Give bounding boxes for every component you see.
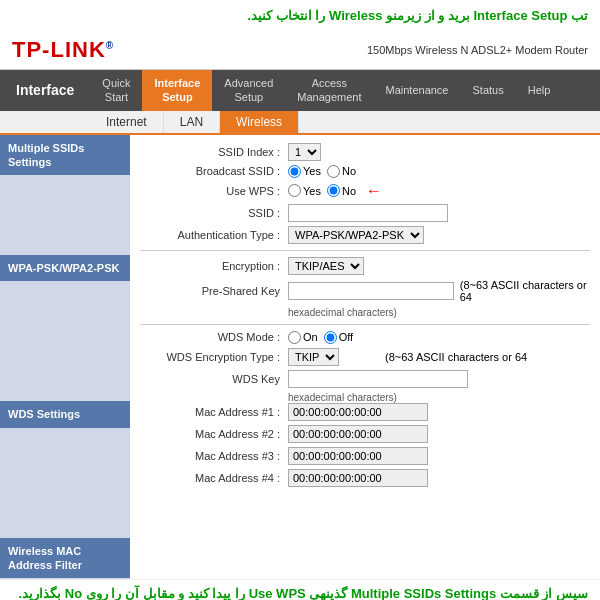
broadcast-no-radio[interactable] [327,165,340,178]
mac4-input[interactable] [288,469,428,487]
broadcast-ssid-value: Yes No [288,165,356,178]
tab-quick-start[interactable]: QuickStart [90,70,142,111]
mac1-input[interactable] [288,403,428,421]
wds-key-row: WDS Key [140,370,590,388]
mac4-label: Mac Address #4 : [140,472,280,484]
mac4-row: Mac Address #4 : [140,469,590,487]
broadcast-yes-label[interactable]: Yes [288,165,321,178]
mac3-input[interactable] [288,447,428,465]
wds-key-input[interactable] [288,370,468,388]
psk-row: Pre-Shared Key (8~63 ASCII characters or… [140,279,590,303]
mac3-value [288,447,428,465]
nav-tabs: QuickStart InterfaceSetup AdvancedSetup … [90,70,600,111]
broadcast-ssid-label: Broadcast SSID : [140,165,280,177]
encryption-value: TKIP/AES TKIP AES [288,257,364,275]
ssid-index-select[interactable]: 1234 [288,143,321,161]
wps-yes-radio[interactable] [288,184,301,197]
use-wps-row: Use WPS : Yes No ← [140,182,590,200]
psk-hint2: hexadecimal characters) [288,307,590,318]
psk-value: (8~63 ASCII characters or 64 [288,279,590,303]
sub-tab-lan[interactable]: LAN [164,111,220,133]
mac2-label: Mac Address #2 : [140,428,280,440]
wds-mode-label: WDS Mode : [140,331,280,343]
top-instruction: تب Interface Setup برید و از زیرمنو Wire… [0,0,600,31]
sub-nav: Internet LAN Wireless [0,111,600,135]
sidebar-wpa: WPA-PSK/WPA2-PSK [0,255,130,281]
auth-type-label: Authentication Type : [140,229,280,241]
wds-key-label: WDS Key [140,373,280,385]
mac3-row: Mac Address #3 : [140,447,590,465]
auth-type-select[interactable]: WPA-PSK/WPA2-PSK WPA WPA2 [288,226,424,244]
nav-bar: Interface QuickStart InterfaceSetup Adva… [0,70,600,111]
mac2-input[interactable] [288,425,428,443]
wds-enc-label: WDS Encryption Type : [140,351,280,363]
use-wps-label: Use WPS : [140,185,280,197]
mac2-value [288,425,428,443]
broadcast-no-label[interactable]: No [327,165,356,178]
main-content: SSID Index : 1234 Broadcast SSID : Yes N… [130,135,600,580]
psk-hint: (8~63 ASCII characters or 64 [460,279,590,303]
wds-on-radio[interactable] [288,331,301,344]
tab-interface-setup[interactable]: InterfaceSetup [142,70,212,111]
ssid-value [288,204,448,222]
wds-key-hint: (8~63 ASCII characters or 64 [385,351,527,363]
auth-type-row: Authentication Type : WPA-PSK/WPA2-PSK W… [140,226,590,244]
router-model: 150Mbps Wireless N ADSL2+ Modem Router [367,44,588,56]
wds-enc-row: WDS Encryption Type : TKIP AES (8~63 ASC… [140,348,590,366]
left-sidebar: Multiple SSIDs Settings WPA-PSK/WPA2-PSK… [0,135,130,580]
divider1 [140,250,590,251]
wds-enc-select[interactable]: TKIP AES [288,348,339,366]
nav-interface-label: Interface [0,70,90,111]
sub-tab-internet[interactable]: Internet [90,111,164,133]
ssid-row: SSID : [140,204,590,222]
encryption-select[interactable]: TKIP/AES TKIP AES [288,257,364,275]
use-wps-value: Yes No ← [288,182,382,200]
wds-off-radio[interactable] [324,331,337,344]
psk-input[interactable] [288,282,454,300]
sidebar-wds: WDS Settings [0,401,130,427]
sidebar-mac-filter: Wireless MAC Address Filter [0,538,130,579]
tab-status[interactable]: Status [461,70,516,111]
arrow-indicator: ← [366,182,382,200]
sub-tab-wireless[interactable]: Wireless [220,111,299,133]
encryption-row: Encryption : TKIP/AES TKIP AES [140,257,590,275]
ssid-index-label: SSID Index : [140,146,280,158]
mac2-row: Mac Address #2 : [140,425,590,443]
tab-maintenance[interactable]: Maintenance [374,70,461,111]
mac1-label: Mac Address #1 : [140,406,280,418]
wps-yes-label[interactable]: Yes [288,184,321,197]
bottom-instruction: سپس از قسمت Multiple SSIDs Settings گذین… [0,579,600,600]
encryption-label: Encryption : [140,260,280,272]
wps-no-label[interactable]: No [327,184,356,197]
tab-access-management[interactable]: AccessManagement [285,70,373,111]
router-header: TP-LINK® 150Mbps Wireless N ADSL2+ Modem… [0,31,600,70]
wps-no-radio[interactable] [327,184,340,197]
wds-on-label[interactable]: On [288,331,318,344]
tp-link-logo: TP-LINK® [12,37,114,63]
divider2 [140,324,590,325]
sidebar-multiple-ssids: Multiple SSIDs Settings [0,135,130,176]
wds-mode-row: WDS Mode : On Off [140,331,590,344]
wds-mode-value: On Off [288,331,353,344]
broadcast-ssid-row: Broadcast SSID : Yes No [140,165,590,178]
ssid-index-value: 1234 [288,143,321,161]
ssid-input[interactable] [288,204,448,222]
mac4-value [288,469,428,487]
auth-type-value: WPA-PSK/WPA2-PSK WPA WPA2 [288,226,424,244]
mac1-row: Mac Address #1 : [140,403,590,421]
content-area: Multiple SSIDs Settings WPA-PSK/WPA2-PSK… [0,135,600,580]
broadcast-yes-radio[interactable] [288,165,301,178]
mac3-label: Mac Address #3 : [140,450,280,462]
psk-label: Pre-Shared Key [140,285,280,297]
wds-enc-value: TKIP AES (8~63 ASCII characters or 64 [288,348,527,366]
mac1-value [288,403,428,421]
wds-key-value [288,370,468,388]
tab-advanced-setup[interactable]: AdvancedSetup [212,70,285,111]
tab-help[interactable]: Help [516,70,563,111]
ssid-label: SSID : [140,207,280,219]
ssid-index-row: SSID Index : 1234 [140,143,590,161]
wds-key-hint2: hexadecimal characters) [288,392,590,403]
wds-off-label[interactable]: Off [324,331,353,344]
